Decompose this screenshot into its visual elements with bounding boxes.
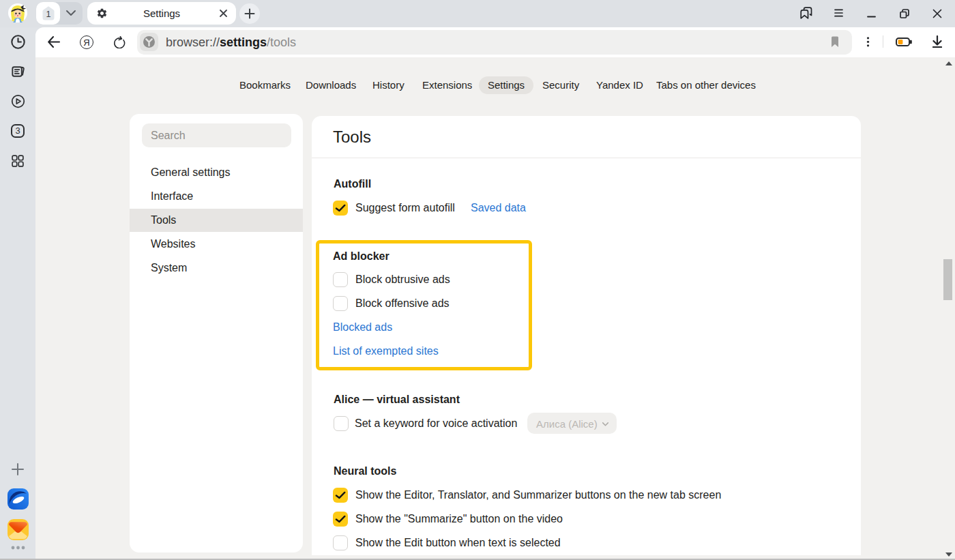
svg-text:1: 1 [46, 10, 51, 19]
